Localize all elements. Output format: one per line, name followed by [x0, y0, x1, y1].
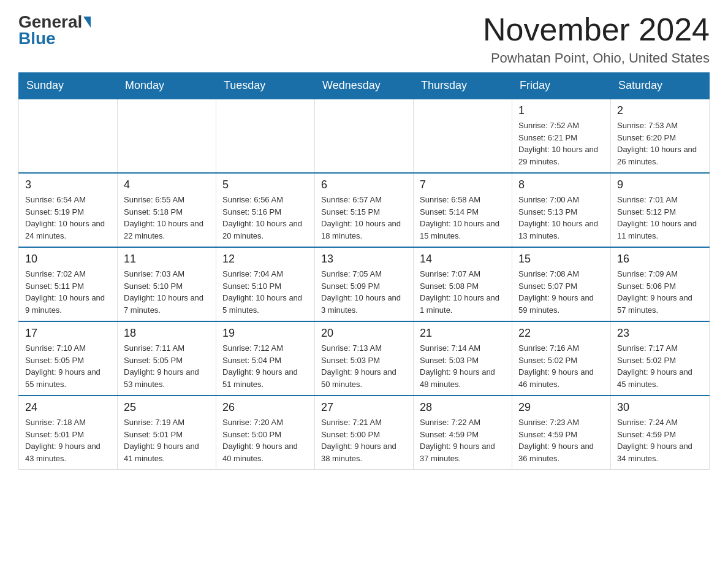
- calendar-header-monday: Monday: [118, 73, 216, 99]
- calendar-week-2: 3Sunrise: 6:54 AM Sunset: 5:19 PM Daylig…: [19, 173, 710, 247]
- day-info: Sunrise: 7:07 AM Sunset: 5:08 PM Dayligh…: [420, 268, 506, 316]
- day-info: Sunrise: 6:54 AM Sunset: 5:19 PM Dayligh…: [25, 194, 111, 242]
- calendar-cell: 29Sunrise: 7:23 AM Sunset: 4:59 PM Dayli…: [512, 396, 611, 470]
- calendar-cell: 15Sunrise: 7:08 AM Sunset: 5:07 PM Dayli…: [512, 247, 611, 321]
- calendar-cell: 17Sunrise: 7:10 AM Sunset: 5:05 PM Dayli…: [19, 321, 118, 396]
- location-title: Powhatan Point, Ohio, United States: [483, 50, 710, 66]
- day-info: Sunrise: 6:55 AM Sunset: 5:18 PM Dayligh…: [124, 194, 210, 242]
- day-info: Sunrise: 7:18 AM Sunset: 5:01 PM Dayligh…: [25, 416, 111, 464]
- calendar-week-1: 1Sunrise: 7:52 AM Sunset: 6:21 PM Daylig…: [19, 99, 710, 173]
- day-info: Sunrise: 7:16 AM Sunset: 5:02 PM Dayligh…: [518, 342, 604, 390]
- day-number: 24: [25, 401, 111, 414]
- calendar-cell: 4Sunrise: 6:55 AM Sunset: 5:18 PM Daylig…: [118, 173, 216, 247]
- day-info: Sunrise: 7:09 AM Sunset: 5:06 PM Dayligh…: [617, 268, 703, 316]
- calendar-week-5: 24Sunrise: 7:18 AM Sunset: 5:01 PM Dayli…: [19, 396, 710, 470]
- calendar-cell: 21Sunrise: 7:14 AM Sunset: 5:03 PM Dayli…: [414, 321, 512, 396]
- calendar-cell: [315, 99, 414, 173]
- day-info: Sunrise: 7:05 AM Sunset: 5:09 PM Dayligh…: [321, 268, 407, 316]
- day-info: Sunrise: 6:57 AM Sunset: 5:15 PM Dayligh…: [321, 194, 407, 242]
- calendar-header-thursday: Thursday: [414, 73, 512, 99]
- calendar-cell: 2Sunrise: 7:53 AM Sunset: 6:20 PM Daylig…: [611, 99, 710, 173]
- day-info: Sunrise: 7:53 AM Sunset: 6:20 PM Dayligh…: [617, 120, 703, 167]
- calendar-cell: 8Sunrise: 7:00 AM Sunset: 5:13 PM Daylig…: [512, 173, 611, 247]
- calendar-cell: 16Sunrise: 7:09 AM Sunset: 5:06 PM Dayli…: [611, 247, 710, 321]
- day-info: Sunrise: 7:08 AM Sunset: 5:07 PM Dayligh…: [518, 268, 604, 316]
- calendar-cell: 12Sunrise: 7:04 AM Sunset: 5:10 PM Dayli…: [216, 247, 315, 321]
- day-info: Sunrise: 7:03 AM Sunset: 5:10 PM Dayligh…: [124, 268, 210, 316]
- logo-arrow-icon: [83, 17, 91, 28]
- day-info: Sunrise: 7:13 AM Sunset: 5:03 PM Dayligh…: [321, 342, 407, 390]
- day-number: 3: [25, 178, 111, 191]
- day-number: 13: [321, 253, 407, 266]
- day-number: 20: [321, 327, 407, 340]
- day-info: Sunrise: 7:24 AM Sunset: 4:59 PM Dayligh…: [617, 416, 703, 464]
- day-info: Sunrise: 7:11 AM Sunset: 5:05 PM Dayligh…: [124, 342, 210, 390]
- day-info: Sunrise: 7:04 AM Sunset: 5:10 PM Dayligh…: [222, 268, 308, 316]
- day-info: Sunrise: 7:17 AM Sunset: 5:02 PM Dayligh…: [617, 342, 703, 390]
- calendar-cell: [414, 99, 512, 173]
- calendar-header-tuesday: Tuesday: [216, 73, 315, 99]
- day-number: 6: [321, 178, 407, 191]
- logo: General Blue: [18, 12, 91, 48]
- day-number: 14: [420, 253, 506, 266]
- day-number: 12: [222, 253, 308, 266]
- calendar-cell: 24Sunrise: 7:18 AM Sunset: 5:01 PM Dayli…: [19, 396, 118, 470]
- day-number: 22: [518, 327, 604, 340]
- day-info: Sunrise: 7:52 AM Sunset: 6:21 PM Dayligh…: [518, 120, 604, 167]
- day-info: Sunrise: 7:02 AM Sunset: 5:11 PM Dayligh…: [25, 268, 111, 316]
- calendar-cell: 23Sunrise: 7:17 AM Sunset: 5:02 PM Dayli…: [611, 321, 710, 396]
- day-info: Sunrise: 7:22 AM Sunset: 4:59 PM Dayligh…: [420, 416, 506, 464]
- day-info: Sunrise: 7:12 AM Sunset: 5:04 PM Dayligh…: [222, 342, 308, 390]
- title-area: November 2024 Powhatan Point, Ohio, Unit…: [483, 12, 710, 66]
- day-number: 16: [617, 253, 703, 266]
- day-info: Sunrise: 7:01 AM Sunset: 5:12 PM Dayligh…: [617, 194, 703, 242]
- day-number: 4: [124, 178, 210, 191]
- day-number: 1: [518, 104, 604, 117]
- day-number: 25: [124, 401, 210, 414]
- day-info: Sunrise: 7:20 AM Sunset: 5:00 PM Dayligh…: [222, 416, 308, 464]
- calendar-cell: 7Sunrise: 6:58 AM Sunset: 5:14 PM Daylig…: [414, 173, 512, 247]
- calendar-cell: [216, 99, 315, 173]
- day-number: 29: [518, 401, 604, 414]
- day-number: 27: [321, 401, 407, 414]
- day-info: Sunrise: 7:10 AM Sunset: 5:05 PM Dayligh…: [25, 342, 111, 390]
- day-number: 8: [518, 178, 604, 191]
- day-number: 18: [124, 327, 210, 340]
- day-number: 10: [25, 253, 111, 266]
- day-number: 7: [420, 178, 506, 191]
- calendar-header-friday: Friday: [512, 73, 611, 99]
- day-number: 5: [222, 178, 308, 191]
- calendar-cell: 3Sunrise: 6:54 AM Sunset: 5:19 PM Daylig…: [19, 173, 118, 247]
- calendar-cell: 14Sunrise: 7:07 AM Sunset: 5:08 PM Dayli…: [414, 247, 512, 321]
- calendar-cell: 28Sunrise: 7:22 AM Sunset: 4:59 PM Dayli…: [414, 396, 512, 470]
- logo-blue-label: Blue: [18, 29, 56, 48]
- day-info: Sunrise: 7:23 AM Sunset: 4:59 PM Dayligh…: [518, 416, 604, 464]
- day-number: 15: [518, 253, 604, 266]
- calendar-cell: 20Sunrise: 7:13 AM Sunset: 5:03 PM Dayli…: [315, 321, 414, 396]
- calendar-cell: 30Sunrise: 7:24 AM Sunset: 4:59 PM Dayli…: [611, 396, 710, 470]
- calendar-cell: 6Sunrise: 6:57 AM Sunset: 5:15 PM Daylig…: [315, 173, 414, 247]
- month-title: November 2024: [483, 12, 710, 47]
- calendar-cell: 27Sunrise: 7:21 AM Sunset: 5:00 PM Dayli…: [315, 396, 414, 470]
- calendar-cell: 18Sunrise: 7:11 AM Sunset: 5:05 PM Dayli…: [118, 321, 216, 396]
- day-info: Sunrise: 7:00 AM Sunset: 5:13 PM Dayligh…: [518, 194, 604, 242]
- calendar-cell: 26Sunrise: 7:20 AM Sunset: 5:00 PM Dayli…: [216, 396, 315, 470]
- day-number: 19: [222, 327, 308, 340]
- calendar-header-row: SundayMondayTuesdayWednesdayThursdayFrid…: [19, 73, 710, 99]
- calendar-cell: 22Sunrise: 7:16 AM Sunset: 5:02 PM Dayli…: [512, 321, 611, 396]
- calendar-cell: 19Sunrise: 7:12 AM Sunset: 5:04 PM Dayli…: [216, 321, 315, 396]
- calendar-week-4: 17Sunrise: 7:10 AM Sunset: 5:05 PM Dayli…: [19, 321, 710, 396]
- day-number: 2: [617, 104, 703, 117]
- day-number: 26: [222, 401, 308, 414]
- header: General Blue November 2024 Powhatan Poin…: [18, 12, 710, 66]
- day-number: 23: [617, 327, 703, 340]
- calendar-cell: 11Sunrise: 7:03 AM Sunset: 5:10 PM Dayli…: [118, 247, 216, 321]
- calendar-cell: 13Sunrise: 7:05 AM Sunset: 5:09 PM Dayli…: [315, 247, 414, 321]
- calendar-header-sunday: Sunday: [19, 73, 118, 99]
- day-info: Sunrise: 7:21 AM Sunset: 5:00 PM Dayligh…: [321, 416, 407, 464]
- calendar-week-3: 10Sunrise: 7:02 AM Sunset: 5:11 PM Dayli…: [19, 247, 710, 321]
- day-info: Sunrise: 6:58 AM Sunset: 5:14 PM Dayligh…: [420, 194, 506, 242]
- calendar-cell: 1Sunrise: 7:52 AM Sunset: 6:21 PM Daylig…: [512, 99, 611, 173]
- day-number: 21: [420, 327, 506, 340]
- day-info: Sunrise: 6:56 AM Sunset: 5:16 PM Dayligh…: [222, 194, 308, 242]
